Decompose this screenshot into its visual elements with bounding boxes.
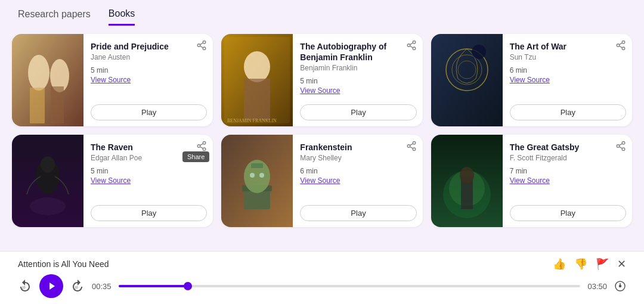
- tab-research[interactable]: Research papers: [18, 9, 91, 26]
- svg-point-1: [28, 55, 49, 91]
- progress-knob[interactable]: [184, 282, 192, 290]
- svg-line-49: [410, 147, 413, 148]
- player-action-buttons: 👍 👎 🚩 ✕: [553, 258, 626, 271]
- svg-point-65: [620, 286, 621, 287]
- card-author: Edgar Allan Poe: [91, 154, 207, 162]
- svg-point-25: [622, 41, 625, 44]
- svg-rect-41: [244, 191, 270, 209]
- card-body-the-raven: The Raven Edgar Allan Poe 5 min View Sou…: [83, 135, 213, 227]
- card-share-icon[interactable]: [615, 141, 626, 154]
- card-play-button[interactable]: Play: [300, 205, 416, 221]
- svg-text:10: 10: [75, 286, 78, 289]
- flag-button[interactable]: 🚩: [596, 258, 609, 271]
- card-title: The Autobiography of Benjamin Franklin: [300, 41, 400, 63]
- card-duration: 7 min: [510, 167, 626, 175]
- card-share-icon[interactable]: [406, 40, 417, 53]
- card-view-source[interactable]: View Source: [91, 176, 207, 185]
- card-view-source[interactable]: View Source: [510, 76, 626, 84]
- svg-point-45: [259, 173, 264, 178]
- card-autobiography-franklin: BENJAMIN FRANKLIN The Autobiography of B…: [221, 34, 422, 126]
- svg-point-5: [203, 41, 206, 44]
- svg-line-37: [200, 147, 203, 148]
- svg-rect-13: [244, 79, 270, 120]
- card-art-of-war: The Art of War Sun Tzu 6 min View Source…: [431, 34, 632, 126]
- card-share-icon[interactable]: [615, 40, 626, 53]
- card-title: Frankenstein: [300, 142, 400, 153]
- card-cover-frankenstein: [221, 135, 293, 227]
- tabs-container: Research papers Books: [0, 0, 644, 26]
- card-author: Sun Tzu: [510, 53, 626, 61]
- svg-text:BENJAMIN FRANKLIN: BENJAMIN FRANKLIN: [227, 118, 277, 123]
- tab-books[interactable]: Books: [109, 8, 135, 26]
- svg-rect-43: [251, 163, 263, 168]
- forward-button[interactable]: 10: [70, 279, 85, 293]
- player-bottom-row: 10 10 00:35 03:50: [18, 274, 626, 298]
- svg-point-33: [30, 197, 66, 215]
- close-button[interactable]: ✕: [617, 258, 626, 271]
- card-play-button[interactable]: Play: [510, 205, 626, 221]
- card-duration: 5 min: [91, 167, 207, 175]
- card-share-icon[interactable]: [196, 40, 207, 53]
- card-share-icon[interactable]: [196, 141, 207, 154]
- svg-point-15: [413, 41, 416, 44]
- card-play-button[interactable]: Play: [91, 104, 207, 120]
- card-body-art-of-war: The Art of War Sun Tzu 6 min View Source…: [503, 34, 632, 126]
- card-view-source[interactable]: View Source: [510, 176, 626, 185]
- card-pride-prejudice: Pride and Prejudice Jane Austen 5 min Vi…: [12, 34, 213, 126]
- svg-line-18: [410, 46, 413, 48]
- total-time: 03:50: [587, 282, 607, 291]
- player-title: Attention is All You Need: [18, 259, 109, 269]
- card-cover-autobiography-franklin: BENJAMIN FRANKLIN: [221, 34, 293, 126]
- card-body-pride-prejudice: Pride and Prejudice Jane Austen 5 min Vi…: [83, 34, 213, 126]
- card-duration: 6 min: [510, 66, 626, 75]
- card-play-button[interactable]: Play: [510, 104, 626, 120]
- svg-line-59: [619, 147, 622, 148]
- svg-point-58: [622, 148, 625, 151]
- svg-point-26: [617, 44, 620, 47]
- card-duration: 5 min: [91, 66, 207, 75]
- card-view-source[interactable]: View Source: [300, 176, 416, 185]
- svg-point-17: [413, 47, 416, 50]
- card-author: Benjamin Franklin: [300, 64, 416, 72]
- card-body-great-gatsby: The Great Gatsby F. Scott Fitzgerald 7 m…: [503, 135, 632, 227]
- card-title: Pride and Prejudice: [91, 41, 190, 52]
- svg-line-29: [619, 43, 622, 45]
- progress-bar[interactable]: [119, 285, 581, 287]
- svg-line-28: [619, 46, 622, 48]
- svg-point-12: [244, 51, 270, 82]
- audio-player: Attention is All You Need 👍 👎 🚩 ✕ 10 10: [0, 251, 644, 304]
- play-pause-button[interactable]: [39, 274, 63, 298]
- svg-line-9: [200, 43, 203, 45]
- svg-line-8: [200, 46, 203, 48]
- card-view-source[interactable]: View Source: [300, 86, 416, 95]
- card-title: The Great Gatsby: [510, 142, 609, 153]
- svg-point-32: [41, 156, 55, 173]
- svg-rect-20: [431, 34, 503, 126]
- svg-point-36: [203, 148, 206, 151]
- card-title: The Art of War: [510, 41, 609, 52]
- card-body-frankenstein: Frankenstein Mary Shelley 6 min View Sou…: [293, 135, 422, 227]
- svg-rect-3: [30, 88, 45, 123]
- card-author: F. Scott Fitzgerald: [510, 154, 626, 162]
- card-play-button[interactable]: Play: [300, 104, 416, 120]
- svg-point-16: [407, 44, 410, 47]
- svg-point-46: [413, 142, 416, 145]
- svg-point-34: [203, 142, 206, 145]
- thumbup-button[interactable]: 👍: [553, 258, 566, 271]
- card-play-button[interactable]: Play: [91, 205, 207, 221]
- card-share-icon[interactable]: [406, 141, 417, 154]
- svg-point-48: [413, 148, 416, 151]
- card-view-source[interactable]: View Source: [91, 76, 207, 84]
- svg-marker-62: [49, 283, 55, 290]
- svg-point-27: [622, 47, 625, 50]
- progress-fill: [119, 285, 188, 287]
- speed-button[interactable]: [614, 280, 626, 292]
- svg-point-57: [617, 145, 620, 148]
- rewind-button[interactable]: 10: [18, 279, 32, 293]
- svg-line-50: [410, 144, 413, 145]
- card-author: Mary Shelley: [300, 154, 416, 162]
- svg-point-24: [472, 45, 486, 59]
- thumbdown-button[interactable]: 👎: [574, 258, 587, 271]
- card-duration: 5 min: [300, 77, 416, 85]
- svg-text:10: 10: [22, 286, 26, 289]
